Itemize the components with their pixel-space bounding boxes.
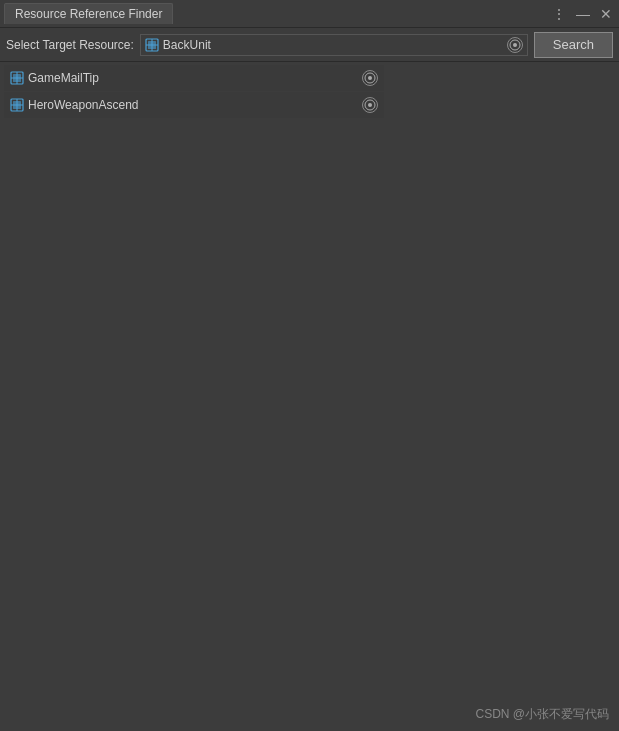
item-picker-button[interactable]	[362, 70, 378, 86]
svg-point-11	[368, 76, 372, 80]
resource-picker-button[interactable]	[507, 37, 523, 53]
svg-point-17	[368, 103, 372, 107]
resource-name: BackUnit	[163, 38, 503, 52]
title-bar: Resource Reference Finder ⋮ — ✕	[0, 0, 619, 28]
title-bar-controls: ⋮ — ✕	[549, 6, 615, 22]
title-bar-left: Resource Reference Finder	[4, 3, 173, 24]
prefab-icon	[10, 71, 24, 85]
svg-point-5	[513, 43, 517, 47]
list-item[interactable]: HeroWeaponAscend	[4, 92, 384, 118]
prefab-icon	[10, 98, 24, 112]
minimize-button[interactable]: —	[573, 6, 593, 22]
result-item-name: HeroWeaponAscend	[28, 98, 358, 112]
content-area: GameMailTip	[0, 62, 619, 731]
results-list: GameMailTip	[0, 62, 619, 121]
item-picker-button[interactable]	[362, 97, 378, 113]
list-item[interactable]: GameMailTip	[4, 65, 384, 91]
main-content: Select Target Resource: BackUnit Search	[0, 28, 619, 731]
resource-input[interactable]: BackUnit	[140, 34, 528, 56]
toolbar-label: Select Target Resource:	[6, 38, 134, 52]
watermark: CSDN @小张不爱写代码	[475, 706, 609, 723]
menu-icon[interactable]: ⋮	[549, 6, 569, 22]
prefab-icon	[145, 38, 159, 52]
close-button[interactable]: ✕	[597, 6, 615, 22]
search-button[interactable]: Search	[534, 32, 613, 58]
toolbar: Select Target Resource: BackUnit Search	[0, 28, 619, 62]
window-title: Resource Reference Finder	[4, 3, 173, 24]
result-item-name: GameMailTip	[28, 71, 358, 85]
